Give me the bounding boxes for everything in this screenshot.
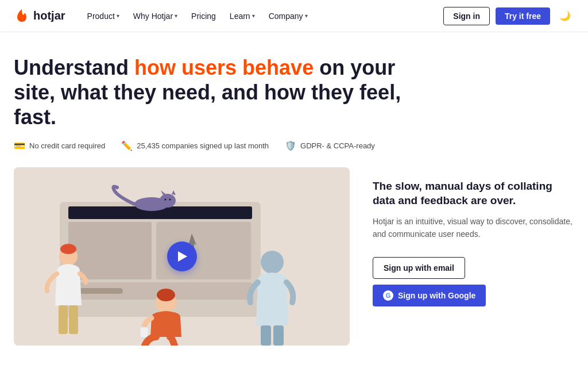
try-free-button[interactable]: Try it free: [496, 7, 550, 25]
svg-rect-22: [261, 325, 271, 346]
signin-button[interactable]: Sign in: [443, 7, 490, 25]
video-play-button[interactable]: [167, 241, 197, 271]
nav-item-learn[interactable]: Learn ▾: [224, 8, 261, 24]
nav-item-why-hotjar[interactable]: Why Hotjar ▾: [127, 8, 183, 24]
svg-point-12: [165, 198, 167, 200]
badge-gdpr: 🛡️ GDPR- & CCPA-ready: [285, 140, 375, 151]
dark-mode-toggle[interactable]: 🌙: [556, 7, 574, 25]
badge-no-credit-card: 💳 No credit card required: [14, 140, 105, 151]
play-icon: [178, 251, 187, 262]
content-area: The slow, manual days of collating data …: [14, 167, 574, 346]
nav-right: Sign in Try it free 🌙: [443, 7, 574, 25]
badge-companies: ✏️ 25,435 companies signed up last month: [121, 140, 269, 151]
svg-point-15: [60, 244, 76, 254]
right-panel: The slow, manual days of collating data …: [373, 167, 574, 306]
pencil-icon: ✏️: [121, 140, 133, 151]
nav-item-pricing[interactable]: Pricing: [185, 8, 222, 24]
signup-buttons: Sign up with email G Sign up with Google: [373, 257, 574, 306]
right-description: Hotjar is an intuitive, visual way to di…: [373, 215, 574, 241]
shield-icon: 🛡️: [285, 140, 296, 151]
chevron-down-icon: ▾: [117, 13, 119, 19]
hotjar-logo-icon: [14, 8, 30, 24]
nav-item-product[interactable]: Product ▾: [82, 8, 125, 24]
svg-point-19: [157, 289, 175, 301]
nav-item-company[interactable]: Company ▾: [263, 8, 314, 24]
svg-rect-17: [69, 305, 78, 334]
main-content: Understand how users behave on your site…: [0, 32, 588, 372]
nav-links: Product ▾ Why Hotjar ▾ Pricing Learn ▾ C…: [82, 8, 444, 24]
credit-card-icon: 💳: [14, 140, 25, 151]
headline-highlight: how users behave: [134, 56, 314, 79]
google-g-icon: G: [383, 290, 393, 301]
chevron-down-icon: ▾: [175, 13, 177, 19]
svg-rect-7: [77, 288, 123, 294]
chevron-down-icon: ▾: [305, 13, 308, 19]
chevron-down-icon: ▾: [252, 13, 255, 19]
hero-headline: Understand how users behave on your site…: [14, 55, 404, 130]
svg-rect-16: [59, 305, 68, 334]
svg-rect-3: [68, 222, 152, 279]
svg-rect-20: [140, 327, 148, 338]
video-illustration: [14, 167, 350, 346]
headline-part1: Understand: [14, 56, 134, 79]
logo[interactable]: hotjar: [14, 8, 65, 24]
svg-point-9: [160, 194, 176, 208]
navbar: hotjar Product ▾ Why Hotjar ▾ Pricing Le…: [0, 0, 588, 32]
signup-google-button[interactable]: G Sign up with Google: [373, 285, 486, 306]
svg-rect-23: [273, 325, 284, 346]
svg-point-21: [261, 251, 284, 274]
right-heading: The slow, manual days of collating data …: [373, 179, 574, 208]
logo-text: hotjar: [33, 9, 65, 22]
trust-badges: 💳 No credit card required ✏️ 25,435 comp…: [14, 140, 574, 151]
signup-email-button[interactable]: Sign up with email: [373, 257, 465, 279]
trusted-section: Trusted by 900,000 websites in 180+ coun…: [14, 346, 574, 372]
svg-point-13: [169, 198, 171, 200]
